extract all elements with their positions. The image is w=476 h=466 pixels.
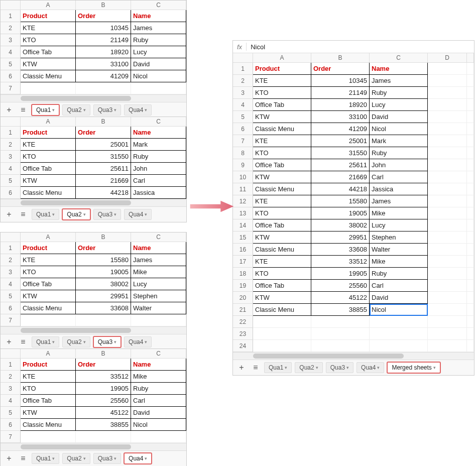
row-number[interactable]: 6 [1,70,21,82]
cell-name[interactable]: Walter [370,244,428,256]
cell-product[interactable]: KTO [253,268,311,280]
cell-name[interactable]: John [131,163,186,175]
cell-product[interactable]: Classic Menu [21,187,76,199]
row-number[interactable]: 5 [233,111,253,123]
sheet-tab-qua4[interactable]: Qua4▾ [124,209,152,220]
empty-cell[interactable] [467,292,474,304]
row-number[interactable]: 1 [1,359,21,371]
cell-name[interactable]: Mike [370,207,428,219]
empty-cell[interactable] [428,316,467,328]
cell-product[interactable]: KTO [253,87,311,99]
cell-product[interactable]: Office Tab [21,395,76,407]
cell-name[interactable]: Ruby [131,34,186,46]
empty-cell[interactable] [428,99,467,111]
cell-product[interactable]: KTE [21,254,76,266]
row-number[interactable]: 7 [233,135,253,147]
sheet-tab-qua1[interactable]: Qua1▾ [32,104,59,115]
cell-order[interactable]: 33512 [311,256,370,268]
row-number[interactable]: 1 [233,63,253,75]
empty-cell[interactable] [428,328,467,340]
row-number[interactable]: 11 [233,183,253,195]
cell-product[interactable]: Office Tab [253,219,311,231]
row-number[interactable]: 7 [1,314,21,326]
empty-cell[interactable] [311,340,370,352]
corner-cell[interactable] [1,232,21,242]
empty-cell[interactable] [428,147,467,159]
empty-cell[interactable] [428,87,467,99]
horizontal-scrollbar[interactable] [1,443,186,450]
cell-name[interactable]: Mike [131,371,186,383]
all-sheets-button[interactable]: ≡ [18,104,29,115]
add-sheet-button[interactable]: + [4,209,15,220]
row-number[interactable]: 3 [1,383,21,395]
empty-cell[interactable] [467,195,474,207]
empty-cell[interactable] [467,316,474,328]
sheet-tab-merged[interactable]: Merged sheets▾ [387,362,440,373]
cell-name[interactable]: Nicol [370,304,428,316]
cell-order[interactable]: 38002 [76,278,131,290]
header-product[interactable]: Product [253,63,311,75]
column-header-C[interactable]: C [370,53,428,62]
empty-cell[interactable] [467,256,474,268]
cell-order[interactable]: 25001 [76,139,131,151]
column-header-A[interactable]: A [21,1,76,10]
empty-cell[interactable] [21,314,76,326]
sheet-tab-qua4[interactable]: Qua4▾ [124,453,152,464]
row-number[interactable]: 5 [1,290,21,302]
cell-product[interactable]: KTO [21,151,76,163]
row-number[interactable]: 2 [1,254,21,266]
cell-product[interactable]: KTE [21,22,76,34]
horizontal-scrollbar[interactable] [1,94,186,102]
cell-name[interactable]: Lucy [370,219,428,231]
empty-cell[interactable] [428,207,467,219]
row-number[interactable]: 6 [1,187,21,199]
row-number[interactable]: 16 [233,244,253,256]
cell-order[interactable]: 21149 [76,34,131,46]
row-number[interactable]: 4 [1,395,21,407]
empty-cell[interactable] [467,135,474,147]
all-sheets-button[interactable]: ≡ [18,336,29,347]
column-header-C[interactable]: C [131,117,186,126]
sheet-tab-qua1[interactable]: Qua1▾ [264,362,292,373]
cell-product[interactable]: Classic Menu [253,244,311,256]
row-number[interactable]: 6 [233,123,253,135]
column-header-B[interactable]: B [76,117,131,126]
row-number[interactable]: 18 [233,268,253,280]
cell-order[interactable]: 25611 [76,163,131,175]
cell-order[interactable]: 44218 [311,183,370,195]
empty-cell[interactable] [467,111,474,123]
cell-name[interactable]: Walter [131,302,186,314]
cell-order[interactable]: 15580 [76,254,131,266]
cell-name[interactable]: Carl [131,395,186,407]
cell-order[interactable]: 19905 [76,383,131,395]
cell-product[interactable]: Office Tab [21,278,76,290]
empty-cell[interactable] [76,314,131,326]
cell-name[interactable]: Mark [131,139,186,151]
row-number[interactable]: 5 [1,175,21,187]
header-order[interactable]: Order [76,242,131,254]
cell-name[interactable]: Stephen [370,231,428,244]
column-header-C[interactable]: C [131,232,186,242]
cell-product[interactable]: Office Tab [21,46,76,58]
row-number[interactable]: 4 [233,99,253,111]
row-number[interactable]: 7 [1,82,21,94]
cell-product[interactable]: KTE [21,139,76,151]
sheet-tab-qua3[interactable]: Qua3▾ [93,336,121,347]
cell-name[interactable]: Nicol [131,419,186,431]
empty-cell[interactable] [370,340,428,352]
cell-product[interactable]: Classic Menu [253,123,311,135]
row-number[interactable]: 1 [1,242,21,254]
cell-product[interactable]: Classic Menu [21,302,76,314]
cell-name[interactable]: Lucy [370,99,428,111]
header-product[interactable]: Product [21,10,76,22]
row-number[interactable]: 5 [1,407,21,419]
empty-cell[interactable] [253,340,311,352]
header-order[interactable]: Order [76,127,131,139]
empty-cell[interactable] [428,292,467,304]
all-sheets-button[interactable]: ≡ [250,362,261,373]
column-header-A[interactable]: A [253,53,311,62]
cell-order[interactable]: 29951 [311,231,370,244]
cell-product[interactable]: KTW [21,175,76,187]
row-number[interactable]: 3 [1,151,21,163]
cell-name[interactable]: James [370,75,428,87]
